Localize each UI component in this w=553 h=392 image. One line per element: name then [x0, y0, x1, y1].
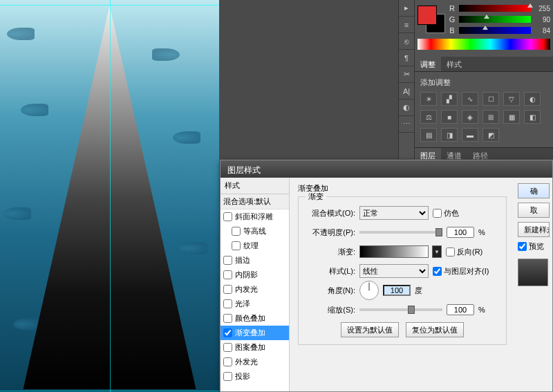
style-inner-glow[interactable]: 内发光 — [221, 282, 289, 297]
fish-shape — [7, 28, 35, 40]
color-panel: R 255 G 90 B 84 — [415, 0, 553, 53]
fish-shape — [180, 242, 207, 254]
new-style-button[interactable]: 新建样式 — [518, 222, 550, 237]
r-slider[interactable] — [459, 5, 531, 12]
opacity-label: 不透明度(P): — [306, 227, 355, 238]
reverse-checkbox-wrap[interactable]: 反向(R) — [446, 247, 482, 257]
lookup-icon[interactable]: ▦ — [503, 110, 520, 124]
drop-shadow-checkbox[interactable] — [223, 372, 232, 381]
threshold-icon[interactable]: ◨ — [441, 128, 458, 142]
blend-mode-label: 混合模式(O): — [306, 208, 355, 218]
style-color-overlay[interactable]: 颜色叠加 — [221, 311, 289, 326]
tool-icon[interactable]: ≡ — [399, 17, 414, 33]
curves-icon[interactable]: ∿ — [462, 92, 478, 106]
channel-mixer-icon[interactable]: ⊞ — [482, 110, 499, 124]
r-label: R — [448, 4, 456, 12]
dither-checkbox[interactable] — [433, 209, 442, 218]
vibrance-icon[interactable]: ▽ — [503, 92, 520, 106]
style-pattern-overlay[interactable]: 图案叠加 — [221, 340, 289, 355]
blend-mode-select[interactable]: 正常 — [359, 206, 429, 220]
inner-shadow-checkbox[interactable] — [223, 270, 232, 279]
gradient-map-icon[interactable]: ▬ — [462, 128, 478, 142]
align-layer-checkbox-wrap[interactable]: 与图层对齐(I) — [433, 266, 489, 277]
style-bevel[interactable]: 斜面和浮雕 — [221, 209, 289, 224]
style-outer-glow[interactable]: 外发光 — [221, 355, 289, 369]
dither-checkbox-wrap[interactable]: 仿色 — [433, 208, 459, 218]
document-canvas[interactable] — [0, 0, 219, 392]
exposure-icon[interactable]: ☐ — [482, 92, 499, 106]
g-slider[interactable] — [459, 16, 531, 23]
cancel-button[interactable]: 取 — [518, 203, 550, 218]
tool-icon[interactable]: ¶ — [399, 50, 414, 66]
style-texture[interactable]: 纹理 — [221, 239, 289, 253]
pattern-overlay-checkbox[interactable] — [223, 343, 232, 352]
opacity-input[interactable] — [447, 227, 474, 238]
style-contour[interactable]: 等高线 — [221, 224, 289, 239]
scale-label: 缩放(S): — [306, 305, 355, 315]
style-inner-shadow[interactable]: 内阴影 — [221, 268, 289, 282]
gradient-dropdown-icon[interactable]: ▼ — [432, 245, 442, 258]
invert-icon[interactable]: ◧ — [524, 110, 541, 124]
set-default-button[interactable]: 设置为默认值 — [341, 322, 399, 337]
foreground-color-swatch[interactable] — [418, 6, 437, 25]
bevel-checkbox[interactable] — [223, 212, 232, 221]
dialog-title[interactable]: 图层样式 — [221, 160, 552, 178]
gradient-style-select[interactable]: 线性 — [359, 264, 429, 278]
style-gradient-overlay[interactable]: 渐变叠加 — [221, 326, 289, 340]
balance-icon[interactable]: ⚖ — [420, 110, 437, 124]
style-list: 样式 混合选项:默认 斜面和浮雕 等高线 纹理 描边 内阴影 内发光 光泽 颜色… — [221, 178, 290, 391]
horizontal-guide[interactable] — [0, 391, 219, 391]
style-label: 样式(L): — [306, 266, 355, 277]
angle-dial[interactable] — [359, 281, 379, 300]
preview-checkbox-wrap[interactable]: 预览 — [518, 241, 550, 252]
tool-icon[interactable]: A| — [399, 83, 414, 100]
b-slider[interactable] — [459, 27, 531, 34]
tool-icon[interactable]: ◐ — [399, 100, 414, 116]
tab-styles[interactable]: 样式 — [441, 57, 467, 71]
g-value[interactable]: 90 — [534, 16, 550, 24]
angle-input[interactable] — [383, 285, 411, 296]
color-spectrum[interactable] — [418, 39, 550, 50]
tool-icon[interactable]: ⎋ — [399, 33, 414, 50]
horizontal-guide[interactable] — [0, 5, 219, 6]
selective-color-icon[interactable]: ◩ — [482, 128, 499, 142]
percent-label: % — [478, 306, 488, 314]
tool-icon[interactable]: ✂ — [399, 66, 414, 83]
style-satin[interactable]: 光泽 — [221, 297, 289, 311]
hue-icon[interactable]: ◐ — [524, 92, 541, 106]
outer-glow-checkbox[interactable] — [223, 357, 232, 366]
satin-checkbox[interactable] — [223, 299, 232, 308]
r-value[interactable]: 255 — [534, 5, 550, 12]
gradient-preview[interactable] — [359, 245, 429, 258]
bw-icon[interactable]: ■ — [441, 110, 458, 124]
style-drop-shadow[interactable]: 投影 — [221, 369, 289, 384]
ok-button[interactable]: 确 — [518, 183, 550, 198]
adjustments-panel: 添加调整 ☀ ▞ ∿ ☐ ▽ ◐ ⚖ ■ ◈ ⊞ ▦ ◧ ▤ ◨ ▬ ◩ — [415, 72, 553, 147]
dialog-content: 渐变叠加 渐变 混合模式(O): 正常 仿色 不透明度(P): % 渐变: ▼ — [290, 178, 515, 391]
photo-filter-icon[interactable]: ◈ — [462, 110, 478, 124]
inner-glow-checkbox[interactable] — [223, 285, 232, 294]
tab-adjustments[interactable]: 调整 — [415, 57, 441, 71]
reverse-checkbox[interactable] — [446, 248, 455, 256]
levels-icon[interactable]: ▞ — [441, 92, 458, 106]
stroke-checkbox[interactable] — [223, 256, 232, 265]
blending-options-item[interactable]: 混合选项:默认 — [221, 194, 289, 209]
vertical-guide[interactable] — [110, 0, 111, 392]
scale-slider[interactable] — [359, 308, 442, 311]
contour-checkbox[interactable] — [232, 227, 241, 236]
scale-input[interactable] — [447, 304, 474, 315]
gradient-overlay-checkbox[interactable] — [223, 328, 232, 337]
opacity-slider[interactable] — [359, 231, 442, 234]
align-layer-checkbox[interactable] — [433, 267, 442, 276]
posterize-icon[interactable]: ▤ — [420, 128, 437, 142]
style-stroke[interactable]: 描边 — [221, 253, 289, 268]
tool-icon[interactable]: ⋯ — [399, 116, 414, 133]
tool-icon[interactable]: ▸ — [399, 0, 414, 17]
color-overlay-checkbox[interactable] — [223, 314, 232, 323]
reset-default-button[interactable]: 复位为默认值 — [406, 322, 464, 337]
brightness-icon[interactable]: ☀ — [420, 92, 437, 106]
color-swatch-stack[interactable] — [418, 6, 445, 33]
texture-checkbox[interactable] — [232, 241, 241, 250]
preview-checkbox[interactable] — [518, 242, 527, 251]
b-value[interactable]: 84 — [534, 27, 550, 35]
